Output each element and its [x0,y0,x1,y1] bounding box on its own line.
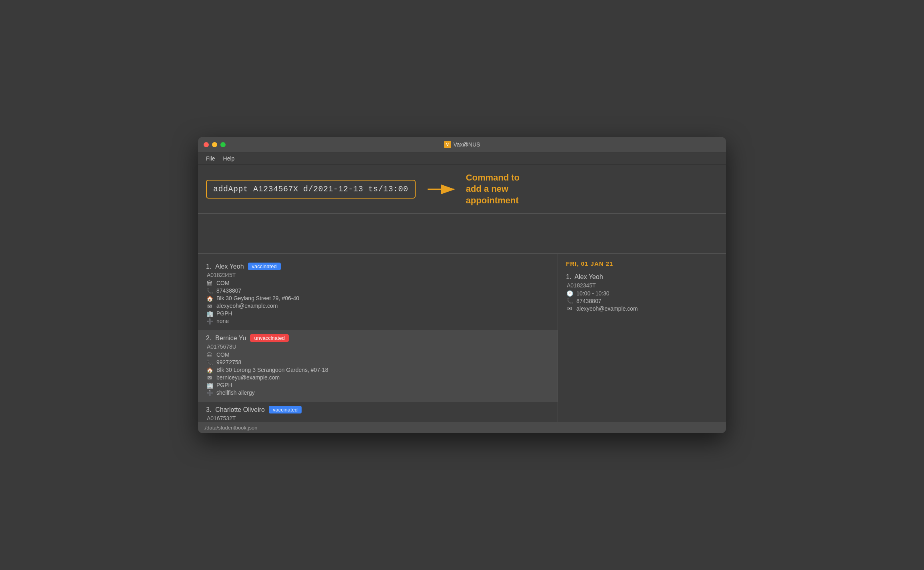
address-icon-1: 🏠 [206,295,213,302]
email-icon-1: ✉ [206,303,213,309]
patient-email-2: ✉ berniceyu@example.com [206,374,550,381]
file-menu[interactable]: File [203,154,218,163]
main-window: V Vax@NUS File Help addAppt A1234567X d/… [198,137,726,434]
command-area: addAppt A1234567X d/2021-12-13 ts/13:00 … [198,165,726,214]
patient-number-1: 1. [206,263,211,270]
patient-hall-2: 🏢 PGPH [206,382,550,389]
patient-number-2: 2. [206,335,211,342]
hall-icon-2: 🏢 [206,382,213,389]
patient-email-1: ✉ alexyeoh@example.com [206,303,550,309]
phone-icon-1: 📞 [206,288,213,294]
patient-phone-2: 📞 99272758 [206,359,550,366]
appt-name-1: 1. Alex Yeoh [566,273,718,281]
patient-allergy-1: ➕ none [206,318,550,325]
window-title: Vax@NUS [454,141,480,148]
patient-card-1[interactable]: 1. Alex Yeoh vaccinated A0182345T 🏛 COM … [198,259,558,330]
output-area [198,214,726,254]
patient-name-3: Charlotte Oliveiro [215,406,265,413]
appointment-card-1: 1. Alex Yeoh A0182345T 🕐 10:00 - 10:30 📞… [566,273,718,312]
command-input-text: addAppt A1234567X d/2021-12-13 ts/13:00 [213,185,408,194]
titlebar: V Vax@NUS [198,137,726,153]
patient-name-row-2: 2. Bernice Yu unvaccinated [206,334,550,342]
patient-phone-1: 📞 87438807 [206,287,550,294]
email-icon-2: ✉ [206,375,213,381]
main-content: 1. Alex Yeoh vaccinated A0182345T 🏛 COM … [198,254,726,422]
patient-allergy-2: ➕ shellfish allergy [206,389,550,396]
appt-email-icon-1: ✉ [566,305,573,312]
appt-phone-1: 📞 87438807 [566,298,718,304]
allergy-icon-2: ➕ [206,390,213,396]
hall-icon-1: 🏢 [206,311,213,317]
help-menu[interactable]: Help [220,154,238,163]
faculty-icon-1: 🏛 [206,280,213,287]
arrow-icon [428,181,460,197]
address-icon-2: 🏠 [206,367,213,373]
phone-icon-2: 📞 [206,359,213,366]
patient-faculty-1: 🏛 COM [206,280,550,287]
appt-phone-icon-1: 📞 [566,298,573,304]
patient-address-1: 🏠 Blk 30 Geylang Street 29, #06-40 [206,295,550,302]
patient-address-2: 🏠 Blk 30 Lorong 3 Serangoon Gardens, #07… [206,367,550,373]
maximize-button[interactable] [220,142,226,147]
clock-icon-1: 🕐 [566,290,573,297]
patient-card-2[interactable]: 2. Bernice Yu unvaccinated A0175678U 🏛 C… [198,330,558,402]
patient-name-1: Alex Yeoh [215,263,244,270]
patient-hall-1: 🏢 PGPH [206,310,550,317]
appt-email-1: ✉ alexyeoh@example.com [566,305,718,312]
patient-id-1: A0182345T [207,272,550,278]
patient-number-3: 3. [206,406,211,413]
appointment-panel: FRI, 01 JAN 21 1. Alex Yeoh A0182345T 🕐 … [558,254,726,422]
patient-faculty-2: 🏛 COM [206,351,550,358]
status-badge-3: vaccinated [269,406,302,413]
statusbar: ./data/studentbook.json [198,422,726,433]
status-badge-2: unvaccinated [250,334,289,342]
status-badge-1: vaccinated [248,263,281,270]
app-icon: V [444,141,451,148]
window-controls [204,142,226,147]
minimize-button[interactable] [212,142,217,147]
patient-name-row-3: 3. Charlotte Oliveiro vaccinated [206,406,550,413]
appointment-date: FRI, 01 JAN 21 [566,260,718,267]
appt-time-1: 🕐 10:00 - 10:30 [566,290,718,297]
menubar: File Help [198,153,726,165]
command-annotation: Command to add a new appointment [428,172,520,207]
patient-card-3[interactable]: 3. Charlotte Oliveiro vaccinated A016753… [198,402,558,422]
annotation-text: Command to add a new appointment [466,172,520,207]
patient-name-row-1: 1. Alex Yeoh vaccinated [206,263,550,270]
faculty-icon-2: 🏛 [206,352,213,358]
appt-id-1: A0182345T [567,282,718,289]
patient-id-2: A0175678U [207,343,550,350]
statusbar-text: ./data/studentbook.json [204,425,257,431]
patient-name-2: Bernice Yu [215,335,246,342]
allergy-icon-1: ➕ [206,318,213,325]
patient-list-panel[interactable]: 1. Alex Yeoh vaccinated A0182345T 🏛 COM … [198,254,558,422]
command-input-box[interactable]: addAppt A1234567X d/2021-12-13 ts/13:00 [206,180,416,199]
window-title-area: V Vax@NUS [444,141,480,148]
close-button[interactable] [204,142,209,147]
patient-id-3: A0167532T [207,415,550,421]
